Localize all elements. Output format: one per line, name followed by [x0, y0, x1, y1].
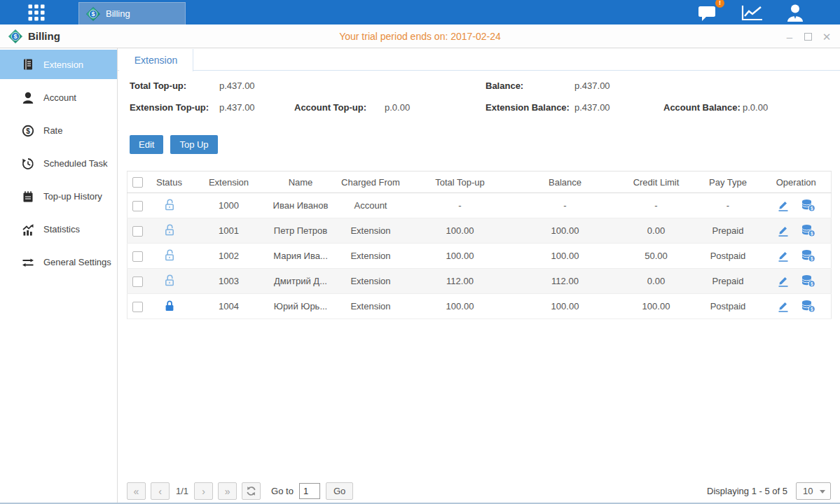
- sidebar-item-extension[interactable]: Extension: [0, 50, 117, 79]
- cell-pay-type: Prepaid: [695, 218, 762, 244]
- edit-icon[interactable]: [777, 275, 790, 287]
- edit-icon[interactable]: [777, 200, 790, 211]
- col-extension: Extension: [191, 172, 268, 193]
- refresh-icon[interactable]: [242, 482, 261, 500]
- sidebar-item-top-up-history[interactable]: Top-up History: [0, 180, 117, 213]
- cell-balance: 100.00: [513, 244, 618, 269]
- sidebar-item-statistics[interactable]: Statistics: [0, 213, 117, 246]
- cell-credit-limit: 0.00: [618, 218, 695, 244]
- cell-total-top-up: 100.00: [408, 244, 513, 269]
- page-title: Billing: [28, 30, 60, 42]
- topbar-tab-label: Billing: [106, 8, 130, 19]
- apps-grid-icon[interactable]: [27, 4, 46, 24]
- row-checkbox[interactable]: [132, 276, 143, 287]
- trial-notice: Your trial period ends on: 2017-02-24: [0, 31, 840, 42]
- col-total-top-up: Total Top-up: [408, 172, 513, 193]
- row-checkbox[interactable]: [132, 226, 143, 237]
- extension-balance-label: Extension Balance:: [486, 102, 570, 113]
- cell-charged-from: Extension: [334, 244, 408, 269]
- edit-button[interactable]: Edit: [130, 135, 163, 154]
- top-up-coins-icon[interactable]: $: [801, 199, 815, 212]
- last-page-button[interactable]: »: [218, 482, 237, 500]
- window-title-bar: $ Billing Your trial period ends on: 201…: [0, 24, 840, 48]
- previous-page-button[interactable]: ‹: [151, 482, 170, 500]
- user-icon[interactable]: [785, 4, 805, 22]
- row-checkbox[interactable]: [132, 251, 143, 262]
- table-row: 1003 Дмитрий Д... Extension 112.00 112.0…: [128, 269, 832, 294]
- col-balance: Balance: [513, 172, 618, 193]
- goto-page-input[interactable]: [299, 483, 320, 499]
- cell-pay-type: Prepaid: [695, 269, 762, 294]
- cell-balance: 100.00: [513, 218, 618, 244]
- table-row: 1001 Петр Петров Extension 100.00 100.00…: [128, 218, 832, 244]
- table-row: 1002 Мария Ива... Extension 100.00 100.0…: [128, 244, 832, 269]
- maximize-icon[interactable]: [804, 33, 812, 41]
- cell-extension: 1004: [191, 294, 268, 319]
- tab-extension[interactable]: Extension: [119, 49, 193, 71]
- sidebar-item-scheduled-task[interactable]: Scheduled Task: [0, 147, 117, 180]
- cell-balance: 112.00: [513, 269, 618, 294]
- top-app-bar: $ Billing !: [0, 0, 840, 24]
- account-top-up-value: p.0.00: [385, 102, 410, 113]
- table-header-row: Status Extension Name Charged From Total…: [128, 172, 832, 193]
- col-credit-limit: Credit Limit: [618, 172, 695, 193]
- next-page-button[interactable]: ›: [194, 482, 213, 500]
- cell-credit-limit: 50.00: [618, 244, 695, 269]
- cell-extension: 1001: [191, 218, 268, 244]
- close-icon[interactable]: ✕: [822, 31, 832, 42]
- lock-open-icon: [164, 253, 175, 264]
- minimize-icon[interactable]: –: [785, 31, 794, 42]
- ledger-icon: [21, 58, 34, 71]
- sidebar-item-account[interactable]: Account: [0, 81, 117, 114]
- notepad-icon: [21, 190, 34, 203]
- cell-name: Иван Иванов: [268, 193, 334, 218]
- sidebar-item-label: Scheduled Task: [43, 158, 108, 169]
- top-up-coins-icon[interactable]: $: [801, 274, 815, 288]
- select-all-checkbox[interactable]: [132, 177, 143, 188]
- cell-total-top-up: 112.00: [408, 269, 513, 294]
- sidebar-item-rate[interactable]: $ Rate: [0, 114, 117, 147]
- tab-strip: Extension: [118, 48, 840, 71]
- edit-icon[interactable]: [777, 300, 790, 312]
- svg-text:$: $: [26, 127, 30, 134]
- cell-credit-limit: 100.00: [618, 294, 695, 319]
- svg-text:$: $: [13, 33, 17, 40]
- col-charged-from: Charged From: [334, 172, 408, 193]
- account-balance-value: p.0.00: [743, 102, 768, 113]
- sidebar-item-label: General Settings: [43, 257, 111, 267]
- cell-extension: 1003: [191, 269, 268, 294]
- topbar-tab-billing[interactable]: $ Billing: [78, 2, 186, 24]
- sidebar-item-general-settings[interactable]: General Settings: [0, 246, 117, 279]
- page-size-value: 10: [803, 486, 813, 496]
- line-chart-icon[interactable]: [741, 4, 764, 22]
- edit-icon[interactable]: [777, 250, 790, 262]
- main-content: Extension Total Top-up: p.437.00 Balance…: [118, 48, 840, 504]
- top-up-coins-icon[interactable]: $: [801, 249, 815, 262]
- page-indicator: 1/1: [176, 486, 188, 496]
- svg-text:$: $: [91, 10, 95, 18]
- svg-text:$: $: [811, 256, 813, 262]
- top-up-coins-icon[interactable]: $: [801, 300, 815, 313]
- account-balance-label: Account Balance:: [663, 102, 741, 113]
- cell-balance: 100.00: [513, 294, 618, 319]
- displaying-count: Displaying 1 - 5 of 5: [707, 486, 787, 496]
- edit-icon[interactable]: [777, 225, 790, 237]
- first-page-button[interactable]: «: [127, 482, 146, 500]
- balance-value: p.437.00: [574, 80, 610, 91]
- extension-top-up-value: p.437.00: [219, 102, 255, 113]
- cell-name: Петр Петров: [268, 218, 334, 244]
- cell-total-top-up: 100.00: [408, 294, 513, 319]
- row-checkbox[interactable]: [132, 302, 143, 312]
- chat-icon[interactable]: !: [697, 3, 719, 22]
- history-clock-icon: [21, 158, 34, 170]
- col-pay-type: Pay Type: [695, 172, 762, 193]
- go-button[interactable]: Go: [326, 482, 353, 500]
- notification-badge: !: [715, 0, 724, 8]
- top-up-coins-icon[interactable]: $: [801, 224, 815, 237]
- cell-extension: 1000: [191, 193, 268, 218]
- row-checkbox[interactable]: [132, 201, 143, 211]
- lock-open-icon: [164, 203, 175, 214]
- top-up-button[interactable]: Top Up: [170, 135, 217, 154]
- cell-total-top-up: 100.00: [408, 218, 513, 244]
- page-size-select[interactable]: 10: [796, 482, 831, 500]
